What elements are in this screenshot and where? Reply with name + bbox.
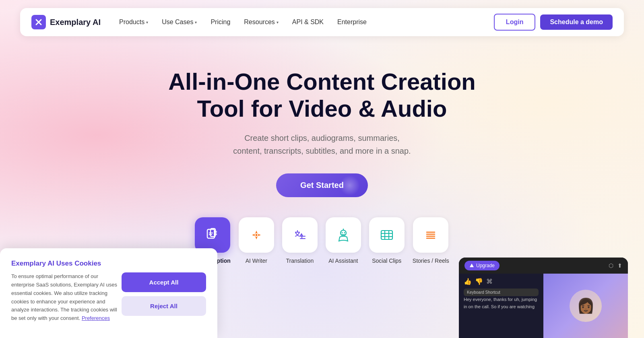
svg-rect-12	[381, 231, 392, 239]
ai-writer-label: AI Writer	[246, 258, 267, 264]
cookie-banner: Exemplary AI Uses Cookies To ensure opti…	[0, 248, 217, 338]
translation-icon-box	[282, 217, 318, 253]
cookie-buttons: Accept All Reject All	[122, 272, 206, 316]
command-icon: ⌘	[486, 278, 493, 285]
ai-assistant-label: AI Assistant	[328, 258, 358, 264]
logo-area[interactable]: Exemplary AI	[31, 15, 101, 29]
cookie-title: Exemplary AI Uses Cookies	[11, 260, 206, 268]
cookie-content: To ensure optimal performance of our ent…	[11, 272, 206, 330]
demo-video-panel: 👩🏾	[543, 274, 628, 338]
schedule-demo-button[interactable]: Schedule a demo	[540, 14, 613, 30]
nav-item-pricing[interactable]: Pricing	[205, 15, 236, 29]
feature-translation[interactable]: Translation	[282, 217, 318, 264]
hero-section: All-in-One Content Creation Tool for Vid…	[0, 44, 644, 264]
demo-action-row: 👍 👎 ⌘	[464, 278, 539, 285]
transcript-text: Hey everyone, thanks for uh, jumping in …	[464, 296, 539, 310]
social-clips-label: Social Clips	[372, 258, 401, 264]
get-started-button[interactable]: Get Started	[276, 173, 368, 197]
nav-item-use-cases[interactable]: Use Cases ▾	[156, 15, 202, 29]
ai-writer-icon-box	[239, 217, 274, 253]
demo-content: 👍 👎 ⌘ Keyboard Shortcut Hey everyone, th…	[459, 274, 628, 338]
feature-ai-writer[interactable]: AI Writer	[239, 217, 274, 264]
transcription-icon-box	[195, 217, 230, 253]
svg-point-9	[341, 232, 343, 233]
thumbs-down-icon[interactable]: 👎	[475, 278, 483, 285]
svg-point-7	[255, 234, 257, 236]
keyboard-shortcut-badge: Keyboard Shortcut	[464, 289, 539, 296]
cookie-preferences-link[interactable]: Preferences	[82, 315, 110, 321]
upgrade-button[interactable]: Upgrade	[464, 261, 500, 270]
demo-video-bg: 👩🏾	[543, 274, 628, 338]
cookie-text-area: To ensure optimal performance of our ent…	[11, 272, 122, 330]
share-icon[interactable]: ⬡	[609, 262, 613, 269]
reject-all-button[interactable]: Reject All	[122, 296, 206, 316]
hero-subtitle: Create short clips, audiograms, summarie…	[0, 132, 644, 157]
nav-links: Products ▾ Use Cases ▾ Pricing Resources…	[114, 15, 494, 29]
feature-stories-reels[interactable]: Stories / Reels	[413, 217, 449, 264]
chevron-down-icon: ▾	[277, 20, 279, 25]
demo-topbar: Upgrade ⬡ ⬆	[459, 258, 628, 274]
demo-person-avatar: 👩🏾	[570, 290, 602, 322]
social-clips-icon-box	[369, 217, 405, 253]
svg-point-10	[344, 232, 345, 233]
navbar: Exemplary AI Products ▾ Use Cases ▾ Pric…	[20, 8, 624, 36]
logo-text: Exemplary AI	[50, 18, 101, 27]
feature-ai-assistant[interactable]: AI Assistant	[326, 217, 361, 264]
cookie-body-text: To ensure optimal performance of our ent…	[11, 272, 122, 323]
demo-action-icons: ⬡ ⬆	[609, 262, 622, 269]
upload-icon[interactable]: ⬆	[617, 262, 622, 269]
nav-item-resources[interactable]: Resources ▾	[238, 15, 284, 29]
chevron-down-icon: ▾	[195, 20, 197, 25]
translation-label: Translation	[286, 258, 314, 264]
chevron-down-icon: ▾	[146, 20, 148, 25]
login-button[interactable]: Login	[494, 14, 536, 31]
nav-actions: Login Schedule a demo	[494, 14, 613, 31]
nav-item-api-sdk[interactable]: API & SDK	[287, 15, 329, 29]
thumbs-up-icon[interactable]: 👍	[464, 278, 472, 285]
stories-reels-label: Stories / Reels	[413, 258, 449, 264]
nav-item-products[interactable]: Products ▾	[114, 15, 154, 29]
demo-preview: Upgrade ⬡ ⬆ 👍 👎 ⌘ Keyboard Shortcut Hey …	[459, 258, 628, 338]
hero-title: All-in-One Content Creation Tool for Vid…	[0, 68, 644, 122]
nav-item-enterprise[interactable]: Enterprise	[332, 15, 372, 29]
accept-all-button[interactable]: Accept All	[122, 272, 206, 292]
logo-icon	[31, 15, 46, 29]
demo-transcript-panel: 👍 👎 ⌘ Keyboard Shortcut Hey everyone, th…	[459, 274, 543, 338]
feature-social-clips[interactable]: Social Clips	[369, 217, 405, 264]
stories-reels-icon-box	[413, 217, 448, 253]
ai-assistant-icon-box	[326, 217, 361, 253]
